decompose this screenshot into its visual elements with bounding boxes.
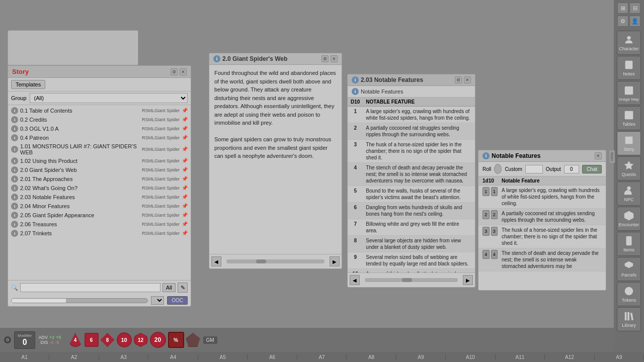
roll-die[interactable] <box>494 164 502 174</box>
output-input[interactable] <box>564 165 579 173</box>
story-item-name: 2.02 What's Going On? <box>20 185 140 191</box>
settings-icon[interactable]: ⚙ <box>4 336 11 343</box>
row-text: Dangling from webs hundreds of skulls an… <box>363 203 475 219</box>
person-icon[interactable]: 👤 <box>629 16 640 27</box>
num-badge-2: 3 <box>491 227 498 236</box>
ooc-button[interactable]: OOC <box>167 296 188 305</box>
tokens-sidebar-btn[interactable]: Tokens <box>617 282 641 306</box>
row-num: 4 <box>348 163 363 186</box>
story-item-tag: RSMLGiant Spider <box>142 231 180 236</box>
grid-a2: A2 <box>49 354 99 360</box>
notable-panel-title: i 2.03 Notable Features <box>352 76 423 83</box>
custom-label: Custom <box>505 166 522 172</box>
row-text: A large spider's egg, crawling with hund… <box>363 107 475 123</box>
num-badge-1: 3 <box>482 227 490 236</box>
story-sidebar-btn[interactable]: Story <box>617 131 641 155</box>
story-item-tag: RSMLGiant Spider <box>142 135 180 140</box>
story-list-item[interactable]: i 2.03 Notable Features RSMLGiant Spider… <box>8 193 191 202</box>
gm-badge: GM <box>203 336 217 344</box>
story-item-name: 2.07 Trinkets <box>20 230 140 236</box>
search-input[interactable] <box>20 283 160 292</box>
num-badge-1: 1 <box>482 187 490 196</box>
spider-prev-btn[interactable]: ◀ <box>211 256 221 266</box>
gear-icon[interactable]: ⚙ <box>617 16 628 27</box>
notable-scrollbar[interactable] <box>365 278 458 282</box>
story-item-tag: RSMLGiant Spider <box>142 222 180 227</box>
spider-panel-close[interactable]: ✕ <box>331 55 338 62</box>
npc-sidebar-btn[interactable]: NPC <box>617 182 641 206</box>
imagemap-sidebar-btn[interactable]: Image Map <box>617 81 641 105</box>
d100-die[interactable]: % <box>168 332 184 348</box>
notable-next-btn[interactable]: ▶ <box>463 275 473 285</box>
d6-die[interactable]: 6 <box>85 333 99 347</box>
story-panel-settings[interactable]: ⚙ <box>171 68 178 75</box>
spider-web-panel: i 2.0 Giant Spider's Web ⚙ ✕ Found throu… <box>209 53 342 269</box>
row-text: The stench of death and decay pervade th… <box>363 163 475 186</box>
story-list-item[interactable]: i 2.02 What's Going On? RSMLGiant Spider… <box>8 184 191 193</box>
voice-select[interactable] <box>151 296 164 305</box>
spider-next-btn[interactable]: ▶ <box>330 256 340 266</box>
spider-panel-settings[interactable]: ⚙ <box>321 55 329 62</box>
story-panel-close[interactable]: ✕ <box>180 68 187 75</box>
story-item-pin: 📌 <box>182 230 188 236</box>
spider-scrollbar[interactable] <box>226 259 325 263</box>
story-list-item[interactable]: i 0.4 Patreon RSMLGiant Spider 📌 <box>8 133 191 142</box>
library-sidebar-btn[interactable]: Library <box>617 307 641 331</box>
d20-die[interactable]: 20 <box>150 332 166 348</box>
group-row: Group (All) <box>8 92 191 105</box>
story-list-item[interactable]: i 0.2 Credits RSMLGiant Spider 📌 <box>8 115 191 124</box>
quests-sidebar-btn[interactable]: Quests <box>617 156 641 180</box>
story-list-item[interactable]: i 1.01 MONSTROUS LAIR #7: GIANT SPIDER'S… <box>8 142 191 156</box>
grid2-icon[interactable]: ⊟ <box>629 3 640 14</box>
custom-input[interactable] <box>525 165 543 173</box>
story-item-tag: RSMLGiant Spider <box>142 126 180 131</box>
story-list-item[interactable]: i 2.07 Trinkets RSMLGiant Spider 📌 <box>8 229 191 238</box>
notes-sidebar-btn[interactable]: Notes <box>617 56 641 80</box>
character-sidebar-btn[interactable]: Character <box>617 31 641 55</box>
roll-panel-close[interactable]: ✕ <box>595 152 602 159</box>
d8-die[interactable]: 8 <box>101 333 115 347</box>
story-item-tag: RSMLGiant Spider <box>142 117 180 122</box>
tables-sidebar-btn[interactable]: Tables <box>617 106 641 130</box>
story-footer: 🔍 All ✎ <box>8 280 191 295</box>
spider-info-icon: i <box>213 55 220 62</box>
d12-die[interactable]: 12 <box>134 333 148 347</box>
story-list-item[interactable]: i 0.1 Table of Contents RSMLGiant Spider… <box>8 106 191 115</box>
story-item-pin: 📌 <box>182 117 188 123</box>
special-die[interactable] <box>186 333 200 347</box>
parcels-sidebar-btn[interactable]: Parcels <box>617 257 641 281</box>
spider-panel-controls: ⚙ ✕ <box>321 55 338 62</box>
grid-a12: A12 <box>545 354 594 360</box>
svg-point-18 <box>626 289 631 293</box>
story-list-item[interactable]: i 2.0 Giant Spider's Web RSMLGiant Spide… <box>8 165 191 174</box>
notable-panel-settings[interactable]: ⚙ <box>455 76 462 83</box>
svg-rect-5 <box>625 86 633 95</box>
num-badge-2: 4 <box>491 250 498 259</box>
templates-button[interactable]: Templates <box>11 80 45 89</box>
story-list-item[interactable]: i 1.02 Using this Product RSMLGiant Spid… <box>8 156 191 165</box>
story-list-item[interactable]: i 0.3 OGL V1.0 A RSMLGiant Spider 📌 <box>8 124 191 133</box>
dis-row: DIS -2 -5 <box>40 340 59 345</box>
story-list-item[interactable]: i 2.04 Minor Features RSMLGiant Spider 📌 <box>8 202 191 211</box>
top-bg-panel <box>8 30 138 65</box>
d10-die[interactable]: 10 <box>117 332 132 347</box>
story-list-item[interactable]: i 2.05 Giant Spider Appearance RSMLGiant… <box>8 211 191 220</box>
group-select[interactable]: (All) <box>30 93 188 103</box>
roll-controls-row: Roll Custom Output Chat <box>478 162 606 176</box>
story-item-icon: i <box>11 185 18 192</box>
items-sidebar-btn[interactable]: Items <box>617 232 641 256</box>
story-list-item[interactable]: i 2.01 The Approaches RSMLGiant Spider 📌 <box>8 174 191 184</box>
notable-prev-btn[interactable]: ◀ <box>350 275 360 285</box>
stat-block: ADV +2 +5 DIS -2 -5 <box>38 335 61 345</box>
encounter-sidebar-btn[interactable]: Encounter <box>617 207 641 231</box>
grid-icon[interactable]: ⊞ <box>617 3 628 14</box>
story-list-item[interactable]: i 2.06 Treasures RSMLGiant Spider 📌 <box>8 220 191 229</box>
notable-features-panel: i 2.03 Notable Features ⚙ ✕ i Notable Fe… <box>347 74 475 288</box>
story-item-pin: 📌 <box>182 176 188 182</box>
chat-button[interactable]: Chat <box>582 165 602 173</box>
notable-panel-close[interactable]: ✕ <box>464 76 471 83</box>
d4-die[interactable]: 4 <box>68 333 83 347</box>
main-tab[interactable]: Main <box>609 150 615 163</box>
edit-button[interactable]: ✎ <box>178 283 188 293</box>
all-button[interactable]: All <box>163 283 176 292</box>
